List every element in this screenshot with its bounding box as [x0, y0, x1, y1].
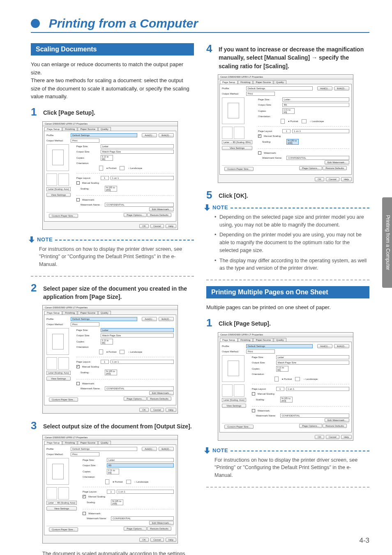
step-1b: 1 Click [Page Setup].: [206, 317, 369, 328]
scaling-intro: You can enlarge or reduce documents to m…: [31, 60, 194, 101]
step-3: 3 Select output size of the document fro…: [31, 420, 194, 431]
portrait-radio[interactable]: ● Portrait: [106, 167, 117, 169]
scaling-status: Letter [Scaling: Auto]: [46, 187, 71, 191]
note-body: For instructions on how to display the p…: [39, 245, 192, 268]
help-button[interactable]: Help: [166, 224, 176, 228]
note-arrow-icon: [204, 204, 210, 211]
view-settings-button[interactable]: View Settings: [46, 193, 71, 197]
note-label: NOTE: [37, 236, 53, 243]
step-4: 4 If you want to increase or decrease th…: [206, 43, 369, 70]
ok-button[interactable]: OK: [139, 224, 149, 228]
portrait-icon: [99, 166, 103, 171]
step-text: Select paper size of the document you cr…: [43, 282, 194, 301]
profile-label: Profile:: [46, 134, 69, 136]
preview-thumb: [46, 173, 57, 186]
step-text: Select output size of the document from …: [43, 420, 192, 430]
manual-scaling-checkbox-checked[interactable]: [258, 134, 261, 138]
output-method-label: Output Method:: [46, 139, 69, 142]
watermark-name-label: Watermark Name:: [81, 204, 103, 206]
manual-scaling-label: Manual Scaling: [82, 182, 99, 184]
output-size-select-highlighted[interactable]: B5: [107, 463, 174, 467]
section-scaling-title: Scaling Documents: [31, 43, 194, 56]
page-header: Printing from a Computer: [31, 16, 369, 33]
page-preview: [46, 144, 69, 171]
note-block-3: NOTE For instructions on how to display …: [206, 447, 369, 479]
copies-label: Copies:: [76, 157, 99, 159]
note-block-2: NOTE Depending on the selected page size…: [206, 204, 369, 272]
header-underline: [31, 32, 369, 33]
note-bullet: Depending on the printer model you are u…: [214, 231, 367, 254]
dialog-title: Canon D500/D500 UFRII LT Properties: [43, 122, 178, 126]
tab-page-setup[interactable]: Page Setup: [44, 127, 62, 131]
print-dialog-4: Canon D500/D500 UFRII LT Properties Page…: [218, 74, 353, 183]
print-dialog-2: Canon D500/D500 UFRII LT Properties Page…: [42, 305, 178, 414]
scaling-spinner[interactable]: % [25 to 200]: [105, 186, 117, 192]
note-label: NOTE: [212, 204, 228, 210]
step-number: 2: [31, 282, 39, 293]
step-text: Click [OK].: [219, 190, 248, 200]
custom-paper-button[interactable]: Custom Paper Size...: [49, 214, 78, 218]
step-text: Click [Page Setup].: [43, 106, 95, 117]
note-block-1: NOTE For instructions on how to display …: [31, 236, 194, 268]
watermark-select[interactable]: CONFIDENTIAL: [105, 203, 174, 207]
section-multi-pages-title: Printing Multiple Pages on One Sheet: [206, 286, 369, 298]
step-number: 4: [206, 43, 214, 54]
page-layout-select[interactable]: 1 on 1: [111, 176, 174, 180]
note-bullet: The display may differ according to the …: [214, 257, 367, 273]
preview-thumb: [58, 173, 69, 186]
note-arrow-icon: [29, 236, 35, 243]
step-2: 2 Select paper size of the document you …: [31, 282, 194, 301]
orientation-label: Orientation:: [76, 162, 99, 164]
profile-select[interactable]: Default Settings: [71, 133, 137, 137]
multi-pages-intro: Multiple pages can be printed on one she…: [206, 303, 369, 312]
note-label: NOTE: [212, 447, 228, 453]
note-bullet: Depending on the selected page size and …: [214, 213, 367, 229]
output-method-select[interactable]: Print: [71, 139, 99, 143]
page-number: 4-3: [359, 536, 369, 545]
step-text: Click [Page Setup].: [219, 317, 271, 328]
step-1: 1 Click [Page Setup].: [31, 106, 194, 117]
copies-spinner[interactable]: 1 [1 to 99]: [101, 155, 113, 161]
note-arrow-icon: [204, 447, 210, 454]
print-dialog-3: Canon D500/D500 UFRII LT Properties Page…: [42, 435, 178, 543]
page-options-button[interactable]: Page Options...: [124, 213, 146, 217]
output-size-select[interactable]: Match Page Size: [101, 150, 174, 154]
dialog-tabs: Page Setup Finishing Paper Source Qualit…: [43, 126, 178, 131]
output-size-label: Output Size:: [76, 150, 99, 153]
tab-quality[interactable]: Quality: [98, 127, 111, 131]
scaling-label: Scaling:: [81, 187, 103, 190]
page-size-select-highlighted[interactable]: Letter: [101, 328, 174, 332]
step-5: 5 Click [OK].: [206, 190, 369, 200]
page-size-label: Page Size:: [76, 145, 99, 148]
step-number: 1: [206, 317, 214, 328]
print-dialog-5: Canon D500/D500 UFRII LT Properties Page…: [218, 332, 353, 441]
step-number: 1: [31, 106, 39, 117]
landscape-icon: [120, 166, 125, 170]
page-size-select[interactable]: Letter: [101, 144, 174, 148]
print-dialog-1: Canon D500/D500 UFRII LT Properties Page…: [42, 121, 178, 230]
step-text: If you want to increase or decrease the …: [219, 43, 369, 70]
cancel-button[interactable]: Cancel: [150, 224, 164, 228]
step-number: 5: [206, 190, 214, 200]
arrow-icon: →: [311, 54, 317, 61]
step3-subnote: The document is scaled automatically acc…: [42, 550, 194, 555]
add-button[interactable]: Add(1)...: [142, 133, 157, 137]
page-layout-label: Page Layout:: [76, 177, 99, 179]
tab-paper-source[interactable]: Paper Source: [78, 127, 98, 131]
header-bullet-icon: [31, 19, 40, 28]
step-number: 3: [31, 420, 39, 431]
watermark-label: Watermark:: [82, 199, 95, 201]
edit-button[interactable]: Edit(2)...: [159, 133, 174, 137]
watermark-checkbox[interactable]: [76, 198, 80, 201]
landscape-radio[interactable]: ○ Landscape: [128, 167, 142, 169]
manual-scaling-checkbox[interactable]: [76, 181, 80, 185]
edit-watermark-button[interactable]: Edit Watermark...: [149, 207, 174, 211]
restore-defaults-button[interactable]: Restore Defaults: [147, 213, 171, 217]
scaling-spinner-highlighted[interactable]: % [25 to 200]: [286, 139, 299, 145]
header-title: Printing from a Computer: [49, 16, 198, 30]
note-body: For instructions on how to display the p…: [214, 456, 367, 479]
note-body-bullets: Depending on the selected page size and …: [214, 213, 367, 272]
side-tab: Printing from a Computer: [382, 197, 392, 288]
tab-finishing[interactable]: Finishing: [62, 127, 77, 131]
